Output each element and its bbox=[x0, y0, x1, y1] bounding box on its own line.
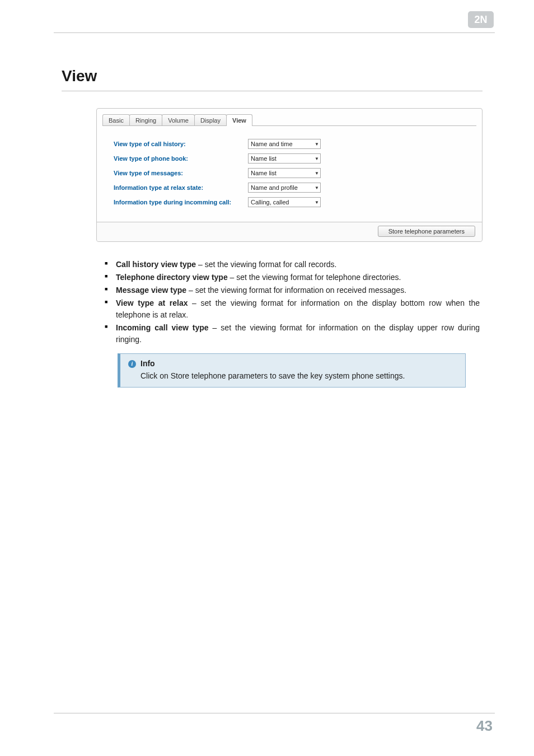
tab-display[interactable]: Display bbox=[194, 114, 227, 126]
footer-divider bbox=[54, 713, 495, 713]
list-item: View type at relax – set the viewing for… bbox=[104, 297, 480, 321]
label-messages: View type of messages: bbox=[114, 170, 248, 176]
tab-volume[interactable]: Volume bbox=[162, 114, 195, 126]
tab-strip: Basic Ringing Volume Display View bbox=[97, 109, 482, 126]
page-title: View bbox=[62, 67, 483, 85]
list-item: Telephone directory view type – set the … bbox=[104, 272, 480, 283]
row-incoming-call: Information type during incomming call: … bbox=[114, 197, 472, 207]
list-item: Message view type – set the viewing form… bbox=[104, 284, 480, 296]
info-title: Info bbox=[140, 358, 155, 370]
list-item: Incoming call view type – set the viewin… bbox=[104, 322, 480, 346]
info-body: Click on Store telephone parameters to s… bbox=[128, 371, 457, 382]
page-number: 43 bbox=[476, 717, 493, 735]
svg-text:2N: 2N bbox=[474, 14, 487, 25]
info-icon: i bbox=[128, 360, 136, 368]
tab-ringing[interactable]: Ringing bbox=[129, 114, 162, 126]
brand-logo: 2N bbox=[468, 11, 494, 28]
settings-panel: Basic Ringing Volume Display View View t… bbox=[96, 108, 483, 242]
info-callout: i Info Click on Store telephone paramete… bbox=[118, 353, 466, 388]
row-messages: View type of messages: Name list ▼ bbox=[114, 168, 472, 178]
tab-view[interactable]: View bbox=[226, 114, 252, 126]
label-relax-state: Information type at relax state: bbox=[114, 184, 248, 191]
row-call-history: View type of call history: Name and time… bbox=[114, 139, 472, 149]
list-item: Call history view type – set the viewing… bbox=[104, 259, 480, 270]
select-incoming-call[interactable]: Calling, called bbox=[248, 197, 321, 207]
select-call-history[interactable]: Name and time bbox=[248, 139, 321, 149]
panel-footer: Store telephone parameters bbox=[97, 222, 482, 241]
description-list: Call history view type – set the viewing… bbox=[104, 259, 480, 346]
label-incoming-call: Information type during incomming call: bbox=[114, 199, 248, 206]
tab-basic[interactable]: Basic bbox=[102, 114, 130, 126]
select-phone-book[interactable]: Name list bbox=[248, 153, 321, 164]
select-messages[interactable]: Name list bbox=[248, 168, 321, 178]
form-area: View type of call history: Name and time… bbox=[97, 127, 482, 222]
store-parameters-button[interactable]: Store telephone parameters bbox=[378, 226, 475, 237]
header-divider bbox=[54, 32, 495, 33]
label-call-history: View type of call history: bbox=[114, 141, 248, 147]
row-phone-book: View type of phone book: Name list ▼ bbox=[114, 153, 472, 164]
select-relax-state[interactable]: Name and profile bbox=[248, 183, 321, 193]
tab-divider bbox=[102, 125, 476, 126]
row-relax-state: Information type at relax state: Name an… bbox=[114, 183, 472, 193]
title-divider bbox=[62, 91, 483, 91]
label-phone-book: View type of phone book: bbox=[114, 155, 248, 162]
